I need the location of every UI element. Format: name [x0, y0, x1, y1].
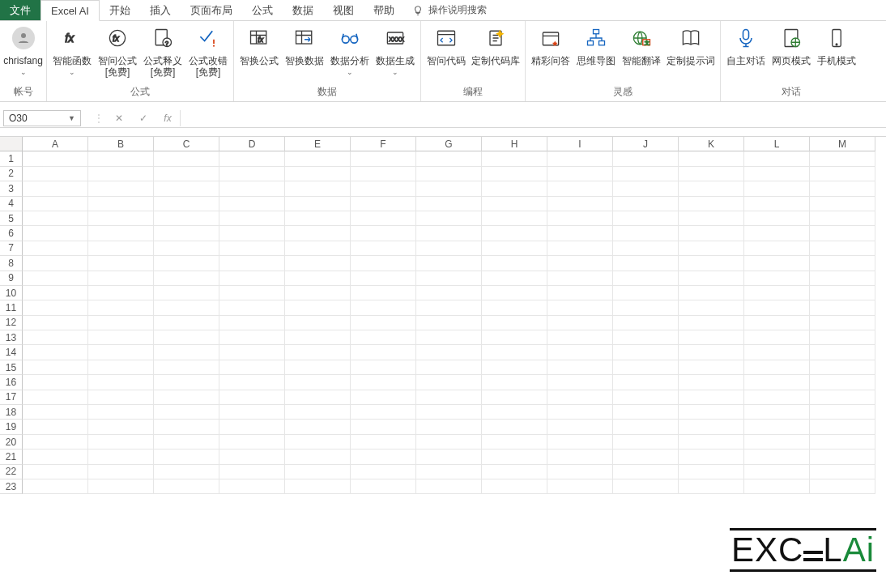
cell[interactable]	[679, 345, 744, 360]
row-header[interactable]: 9	[0, 271, 23, 286]
cell[interactable]	[613, 181, 679, 196]
cell[interactable]	[23, 450, 88, 464]
cell[interactable]	[219, 390, 285, 405]
cell[interactable]	[416, 479, 482, 494]
cell[interactable]	[285, 241, 351, 256]
cell[interactable]	[351, 256, 416, 271]
cell[interactable]	[613, 316, 679, 330]
cell[interactable]	[88, 465, 154, 479]
cell[interactable]	[810, 479, 875, 494]
cell[interactable]	[23, 345, 88, 360]
cell[interactable]	[482, 197, 547, 211]
cell[interactable]	[154, 151, 219, 166]
cell[interactable]	[613, 241, 679, 256]
column-header[interactable]: L	[744, 137, 810, 151]
cell[interactable]	[547, 390, 613, 405]
translate-button[interactable]: 文 智能翻译	[621, 24, 662, 66]
cell[interactable]	[23, 375, 88, 390]
cell[interactable]	[285, 375, 351, 390]
cell[interactable]	[482, 360, 547, 375]
column-header[interactable]: G	[416, 137, 482, 151]
cell[interactable]	[482, 345, 547, 360]
cell[interactable]	[613, 330, 679, 345]
cell[interactable]	[744, 435, 810, 450]
cell[interactable]	[416, 271, 482, 286]
cell[interactable]	[744, 300, 810, 315]
cell[interactable]	[285, 271, 351, 286]
cell[interactable]	[482, 465, 547, 479]
cell[interactable]	[88, 226, 154, 241]
cell[interactable]	[416, 226, 482, 241]
cell[interactable]	[482, 211, 547, 226]
cell[interactable]	[285, 450, 351, 464]
cell[interactable]	[810, 360, 875, 375]
cell[interactable]	[613, 271, 679, 286]
cell[interactable]	[416, 256, 482, 271]
cell[interactable]	[351, 390, 416, 405]
cell[interactable]	[744, 181, 810, 196]
tab-data[interactable]: 数据	[283, 0, 323, 20]
cell[interactable]	[416, 375, 482, 390]
column-header[interactable]: D	[219, 137, 285, 151]
cell[interactable]	[810, 375, 875, 390]
cell[interactable]	[547, 360, 613, 375]
cell[interactable]	[351, 375, 416, 390]
cell[interactable]	[547, 450, 613, 464]
cell[interactable]	[679, 360, 744, 375]
cell[interactable]	[810, 271, 875, 286]
cell[interactable]	[285, 167, 351, 181]
cell[interactable]	[285, 226, 351, 241]
cell[interactable]	[679, 241, 744, 256]
cell[interactable]	[744, 360, 810, 375]
cell[interactable]	[613, 167, 679, 181]
cell[interactable]	[613, 211, 679, 226]
cell[interactable]	[351, 286, 416, 300]
column-header[interactable]: F	[351, 137, 416, 151]
cell[interactable]	[482, 435, 547, 450]
cell[interactable]	[154, 241, 219, 256]
cell[interactable]	[613, 465, 679, 479]
cell[interactable]	[547, 316, 613, 330]
cell[interactable]	[219, 360, 285, 375]
cell[interactable]	[416, 286, 482, 300]
cell[interactable]	[23, 390, 88, 405]
cell[interactable]	[88, 435, 154, 450]
cell[interactable]	[547, 286, 613, 300]
cell[interactable]	[351, 345, 416, 360]
cell[interactable]	[219, 181, 285, 196]
cell[interactable]	[88, 330, 154, 345]
cell[interactable]	[88, 420, 154, 434]
cell[interactable]	[613, 345, 679, 360]
cell[interactable]	[810, 167, 875, 181]
cell[interactable]	[351, 420, 416, 434]
cell[interactable]	[416, 405, 482, 420]
cell[interactable]	[285, 435, 351, 450]
cell[interactable]	[679, 450, 744, 464]
cell[interactable]	[547, 345, 613, 360]
cell[interactable]	[154, 479, 219, 494]
cell[interactable]	[679, 300, 744, 315]
cell[interactable]	[285, 345, 351, 360]
cell[interactable]	[285, 420, 351, 434]
cell[interactable]	[679, 271, 744, 286]
cell[interactable]	[547, 151, 613, 166]
cell[interactable]	[23, 197, 88, 211]
cell[interactable]	[416, 345, 482, 360]
mindmap-button[interactable]: 思维导图	[576, 24, 616, 66]
cell[interactable]	[547, 197, 613, 211]
account-button[interactable]: chrisfang ⌄	[3, 24, 43, 76]
cell[interactable]	[547, 330, 613, 345]
cell[interactable]	[679, 181, 744, 196]
cell[interactable]	[23, 479, 88, 494]
cell[interactable]	[744, 450, 810, 464]
row-header[interactable]: 19	[0, 420, 23, 434]
cell[interactable]	[547, 300, 613, 315]
cell[interactable]	[613, 256, 679, 271]
cell[interactable]	[613, 390, 679, 405]
cell[interactable]	[23, 420, 88, 434]
cell[interactable]	[88, 390, 154, 405]
tab-home[interactable]: 开始	[100, 0, 140, 20]
cell[interactable]	[547, 405, 613, 420]
tab-formula[interactable]: 公式	[242, 0, 283, 20]
cell[interactable]	[679, 167, 744, 181]
